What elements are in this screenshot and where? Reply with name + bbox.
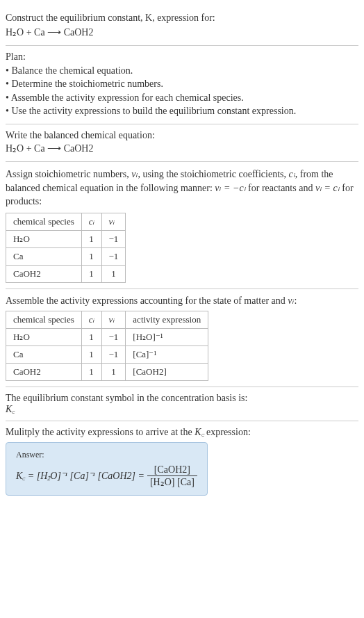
cell-expr: [Ca]⁻¹ — [126, 345, 208, 363]
stoich-intro-2: , using the stoichiometric coefficients, — [138, 169, 288, 179]
activity-nui: νᵢ — [288, 295, 294, 306]
cell-species: Ca — [6, 345, 82, 363]
stoich-rule2: νᵢ = cᵢ — [315, 183, 340, 193]
th-nui: νᵢ — [101, 213, 126, 230]
intro-equation: H₂O + Ca ⟶ CaOH2 — [6, 25, 358, 40]
symbol-text: The equilibrium constant symbol in the c… — [6, 393, 358, 404]
cell-ci: 1 — [81, 345, 101, 363]
balanced-section: Write the balanced chemical equation: H₂… — [6, 124, 358, 162]
balanced-title: Write the balanced chemical equation: — [6, 130, 358, 141]
table-row: Ca 1 −1 — [6, 247, 126, 265]
table-row: CaOH2 1 1 — [6, 265, 126, 282]
plan-item-4: • Use the activity expressions to build … — [6, 104, 358, 118]
intro-line1: Construct the equilibrium constant, K, e… — [6, 11, 358, 25]
cell-expr: [H₂O]⁻¹ — [126, 328, 208, 345]
answer-expression: K꜀ = [H₂O]⁻¹ [Ca]⁻¹ [CaOH2] = [CaOH2] [H… — [16, 464, 197, 488]
answer-denominator: [H₂O] [Ca] — [147, 476, 197, 488]
multiply-section: Mulitply the activity expressions to arr… — [6, 421, 358, 501]
activity-section: Assemble the activity expressions accoun… — [6, 289, 358, 387]
symbol-kc: K꜀ — [6, 404, 358, 415]
cell-ci: 1 — [81, 230, 101, 247]
stoich-rule1: νᵢ = −cᵢ — [215, 183, 245, 193]
table-row: H₂O 1 −1 [H₂O]⁻¹ — [6, 328, 208, 345]
cell-ci: 1 — [81, 247, 101, 265]
cell-nui: −1 — [101, 345, 126, 363]
cell-nui: −1 — [101, 328, 126, 345]
cell-species: Ca — [6, 247, 82, 265]
answer-box: Answer: K꜀ = [H₂O]⁻¹ [Ca]⁻¹ [CaOH2] = [C… — [6, 442, 208, 496]
cell-species: H₂O — [6, 328, 82, 345]
plan-item-1: • Balance the chemical equation. — [6, 64, 358, 78]
stoich-intro-4: for reactants and — [246, 183, 315, 193]
answer-numerator: [CaOH2] — [147, 464, 197, 476]
th-ci: cᵢ — [81, 213, 101, 230]
table-row: CaOH2 1 1 [CaOH2] — [6, 363, 208, 380]
multiply-text-1: Mulitply the activity expressions to arr… — [6, 427, 195, 437]
table-header-row: chemical species cᵢ νᵢ — [6, 213, 126, 230]
cell-nui: 1 — [101, 363, 126, 380]
table-header-row: chemical species cᵢ νᵢ activity expressi… — [6, 311, 208, 328]
th-nui: νᵢ — [101, 311, 126, 328]
cell-ci: 1 — [81, 328, 101, 345]
cell-nui: −1 — [101, 247, 126, 265]
activity-intro-2: : — [295, 295, 297, 306]
cell-species: H₂O — [6, 230, 82, 247]
multiply-kc: K꜀ — [195, 427, 204, 437]
activity-table: chemical species cᵢ νᵢ activity expressi… — [6, 311, 208, 381]
th-expr: activity expression — [126, 311, 208, 328]
cell-species: CaOH2 — [6, 265, 82, 282]
intro-section: Construct the equilibrium constant, K, e… — [6, 6, 358, 46]
plan-section: Plan: • Balance the chemical equation. •… — [6, 46, 358, 124]
stoich-intro-1: Assign stoichiometric numbers, — [6, 169, 131, 179]
stoich-ci: cᵢ — [289, 169, 295, 179]
plan-title: Plan: — [6, 51, 358, 63]
cell-ci: 1 — [81, 265, 101, 282]
cell-ci: 1 — [81, 363, 101, 380]
th-ci: cᵢ — [81, 311, 101, 328]
table-row: Ca 1 −1 [Ca]⁻¹ — [6, 345, 208, 363]
activity-intro-1: Assemble the activity expressions accoun… — [6, 295, 288, 306]
multiply-text-2: expression: — [204, 427, 251, 437]
cell-nui: 1 — [101, 265, 126, 282]
table-row: H₂O 1 −1 — [6, 230, 126, 247]
activity-intro: Assemble the activity expressions accoun… — [6, 295, 358, 307]
multiply-text: Mulitply the activity expressions to arr… — [6, 427, 358, 438]
th-species: chemical species — [6, 213, 82, 230]
answer-lhs: K꜀ = [H₂O]⁻¹ [Ca]⁻¹ [CaOH2] = — [16, 471, 144, 482]
answer-fraction: [CaOH2] [H₂O] [Ca] — [147, 464, 197, 488]
th-species: chemical species — [6, 311, 82, 328]
cell-nui: −1 — [101, 230, 126, 247]
symbol-section: The equilibrium constant symbol in the c… — [6, 387, 358, 421]
cell-species: CaOH2 — [6, 363, 82, 380]
stoich-section: Assign stoichiometric numbers, νᵢ, using… — [6, 162, 358, 289]
intro-text-1: Construct the equilibrium constant, K, e… — [6, 13, 215, 23]
plan-item-2: • Determine the stoichiometric numbers. — [6, 77, 358, 91]
stoich-intro: Assign stoichiometric numbers, νᵢ, using… — [6, 168, 358, 209]
balanced-equation: H₂O + Ca ⟶ CaOH2 — [6, 141, 358, 156]
plan-item-3: • Assemble the activity expression for e… — [6, 91, 358, 105]
stoich-table: chemical species cᵢ νᵢ H₂O 1 −1 Ca 1 −1 … — [6, 213, 126, 283]
cell-expr: [CaOH2] — [126, 363, 208, 380]
answer-label: Answer: — [16, 450, 197, 460]
